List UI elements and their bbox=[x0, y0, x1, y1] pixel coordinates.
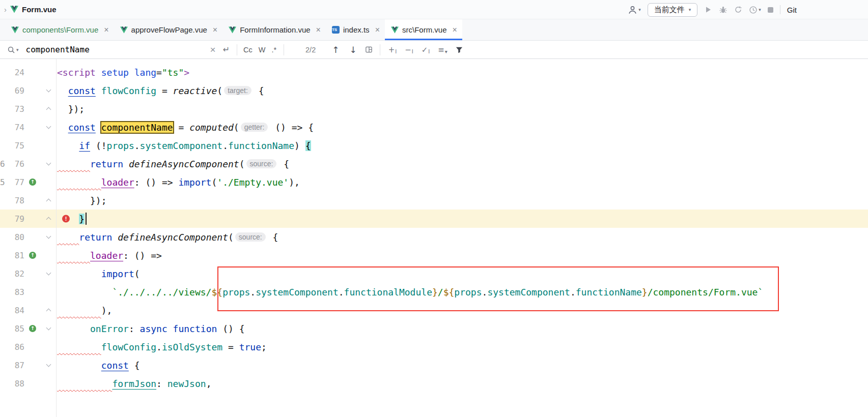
line-number[interactable]: 76 bbox=[6, 159, 24, 169]
tab-approveflowpage-vue[interactable]: approveFlowPage.vue× bbox=[114, 19, 223, 40]
run-button[interactable] bbox=[704, 6, 712, 14]
select-all-occurrences-icon[interactable]: ✓I bbox=[422, 45, 430, 54]
line-number[interactable]: 80 bbox=[6, 232, 24, 242]
code-text[interactable]: ! } bbox=[56, 210, 868, 228]
line-number[interactable]: 73 bbox=[6, 104, 24, 114]
regex-toggle[interactable]: .* bbox=[271, 46, 276, 54]
git-widget[interactable]: Git bbox=[787, 6, 797, 14]
code-text[interactable]: flowConfig.isOldSystem = true; bbox=[56, 338, 868, 356]
line-number[interactable]: 87 bbox=[6, 361, 24, 370]
tab-close-icon[interactable]: × bbox=[104, 26, 108, 34]
code-text[interactable]: return defineAsyncComponent(source: { bbox=[56, 155, 868, 173]
code-text[interactable]: <script setup lang="ts"> bbox=[56, 63, 868, 81]
run-configuration-select[interactable]: 当前文件 ▾ bbox=[648, 3, 698, 17]
whole-words-toggle[interactable]: W bbox=[259, 46, 266, 54]
stop-button[interactable] bbox=[768, 7, 773, 13]
tab-components-form-vue[interactable]: components\Form.vue× bbox=[5, 19, 114, 40]
code-line-24[interactable]: 24<script setup lang="ts"> bbox=[0, 63, 868, 81]
line-number[interactable]: 79 bbox=[6, 214, 24, 224]
debug-button[interactable] bbox=[719, 6, 727, 14]
search-input[interactable]: componentName bbox=[26, 45, 210, 54]
user-menu-button[interactable]: ▾ bbox=[628, 5, 641, 15]
code-text[interactable]: onError: async function () { bbox=[56, 319, 868, 338]
search-icon[interactable] bbox=[7, 46, 15, 54]
code-line-69[interactable]: 69 const flowConfig = reactive(target: { bbox=[0, 81, 868, 100]
line-number[interactable]: 83 bbox=[6, 287, 24, 297]
tab-index-ts[interactable]: TSindex.ts× bbox=[326, 19, 385, 40]
open-in-tool-window-icon[interactable] bbox=[365, 46, 373, 53]
clear-search-icon[interactable]: × bbox=[210, 45, 216, 54]
line-number[interactable]: 85 bbox=[6, 324, 24, 334]
line-number[interactable]: 82 bbox=[6, 269, 24, 279]
filter-icon[interactable] bbox=[456, 46, 463, 53]
code-line-81[interactable]: 81↑ loader: () => bbox=[0, 246, 868, 264]
line-number[interactable]: 84 bbox=[6, 306, 24, 315]
run-history-button[interactable]: ▾ bbox=[749, 6, 761, 14]
code-text[interactable]: return defineAsyncComponent(source: { bbox=[56, 228, 868, 246]
add-occurrence-icon[interactable]: +I bbox=[388, 45, 397, 54]
code-text[interactable]: }); bbox=[56, 191, 868, 210]
editor[interactable]: 24<script setup lang="ts">69 const flowC… bbox=[0, 59, 868, 417]
line-number[interactable]: 74 bbox=[6, 123, 24, 132]
code-text[interactable]: const componentName = computed(getter: (… bbox=[56, 118, 868, 136]
tab-close-icon[interactable]: × bbox=[375, 26, 380, 34]
code-text[interactable]: formJson: newJson, bbox=[56, 374, 868, 393]
code-line-86[interactable]: 86 flowConfig.isOldSystem = true; bbox=[0, 338, 868, 356]
rerun-button[interactable] bbox=[734, 6, 742, 14]
code-line-73[interactable]: 73 }); bbox=[0, 100, 868, 118]
code-text[interactable]: const { bbox=[56, 356, 868, 374]
remove-occurrence-icon[interactable]: −I bbox=[405, 45, 413, 54]
fold-expand-icon[interactable] bbox=[46, 271, 51, 276]
code-text[interactable]: loader: () => bbox=[56, 246, 868, 264]
code-line-80[interactable]: 80 return defineAsyncComponent(source: { bbox=[0, 228, 868, 246]
search-history-chevron-icon[interactable]: ▾ bbox=[16, 47, 19, 52]
fold-collapse-icon[interactable] bbox=[46, 309, 51, 314]
fold-collapse-icon[interactable] bbox=[46, 107, 51, 112]
code-text[interactable]: const flowConfig = reactive(target: { bbox=[56, 81, 868, 100]
search-results-list-icon[interactable]: ≡▾ bbox=[438, 45, 447, 54]
code-text[interactable]: }); bbox=[56, 100, 868, 118]
code-line-87[interactable]: 87 const { bbox=[0, 356, 868, 374]
code-line-74[interactable]: 74 const componentName = computed(getter… bbox=[0, 118, 868, 136]
code-line-77[interactable]: 577↑ loader: () => import('./Empty.vue')… bbox=[0, 173, 868, 191]
fold-expand-icon[interactable] bbox=[46, 161, 51, 166]
line-number[interactable]: 81 bbox=[6, 251, 24, 260]
fold-expand-icon[interactable] bbox=[46, 124, 51, 129]
tab-close-icon[interactable]: × bbox=[213, 26, 217, 34]
fold-collapse-icon[interactable] bbox=[46, 199, 51, 204]
tab-forminformation-vue[interactable]: FormInformation.vue× bbox=[222, 19, 326, 40]
fold-expand-icon[interactable] bbox=[46, 325, 51, 331]
code-line-84[interactable]: 84 ), bbox=[0, 301, 868, 319]
gutter-usage-icon[interactable]: ↑ bbox=[29, 252, 36, 259]
match-case-toggle[interactable]: Cc bbox=[243, 46, 253, 54]
line-number[interactable]: 24 bbox=[6, 68, 24, 77]
code-text[interactable]: loader: () => import('./Empty.vue'), bbox=[56, 173, 868, 191]
code-text[interactable]: `./../../../views/${props.systemComponen… bbox=[56, 283, 868, 301]
code-line-79[interactable]: 79! } bbox=[0, 210, 868, 228]
tab-close-icon[interactable]: × bbox=[452, 26, 457, 34]
multiline-search-toggle-icon[interactable]: ↵ bbox=[223, 45, 230, 54]
code-line-75[interactable]: 75 if (!props.systemComponent.functionNa… bbox=[0, 136, 868, 155]
code-text[interactable]: import( bbox=[56, 264, 868, 283]
next-match-icon[interactable]: ↓ bbox=[349, 45, 356, 55]
line-number[interactable]: 69 bbox=[6, 86, 24, 96]
line-number[interactable]: 77 bbox=[6, 177, 24, 187]
previous-match-icon[interactable]: ↑ bbox=[332, 45, 339, 55]
line-number[interactable]: 86 bbox=[6, 342, 24, 352]
gutter-usage-icon[interactable]: ↑ bbox=[29, 178, 36, 186]
line-number[interactable]: 78 bbox=[6, 196, 24, 205]
fold-collapse-icon[interactable] bbox=[46, 217, 51, 222]
tab-close-icon[interactable]: × bbox=[316, 26, 321, 34]
code-line-78[interactable]: 78 }); bbox=[0, 191, 868, 210]
code-line-88[interactable]: 88 formJson: newJson, bbox=[0, 374, 868, 393]
line-number[interactable]: 75 bbox=[6, 141, 24, 151]
code-line-76[interactable]: 676 return defineAsyncComponent(source: … bbox=[0, 155, 868, 173]
code-line-85[interactable]: 85↑ onError: async function () { bbox=[0, 319, 868, 338]
code-text[interactable]: if (!props.systemComponent.functionName)… bbox=[56, 136, 868, 155]
fold-expand-icon[interactable] bbox=[46, 234, 51, 239]
code-line-82[interactable]: 82 import( bbox=[0, 264, 868, 283]
fold-expand-icon[interactable] bbox=[46, 87, 51, 93]
code-text[interactable]: ), bbox=[56, 301, 868, 319]
gutter-usage-icon[interactable]: ↑ bbox=[29, 325, 36, 332]
tab-src-form-vue[interactable]: src\Form.vue× bbox=[385, 19, 462, 40]
